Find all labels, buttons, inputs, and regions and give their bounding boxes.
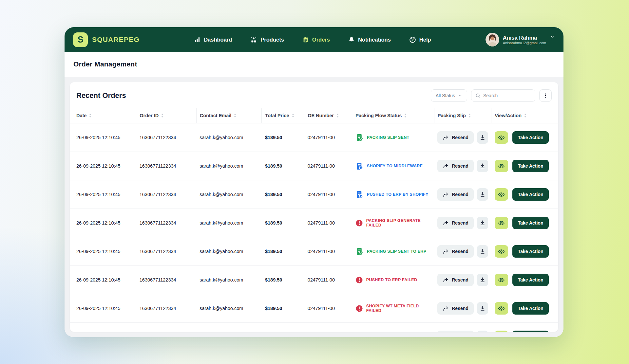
column-header[interactable]: View/Action <box>491 108 558 123</box>
main-nav: Dashboard Products Orders Notifications <box>194 36 431 43</box>
nav-item-products[interactable]: Products <box>250 36 284 43</box>
column-header[interactable]: Total Price <box>262 108 304 123</box>
column-header[interactable]: Packing Slip <box>434 108 491 123</box>
view-order-button[interactable] <box>495 274 508 286</box>
bell-icon <box>348 36 355 43</box>
download-icon <box>480 305 486 311</box>
bar-chart-icon <box>194 36 200 43</box>
eye-icon <box>498 134 505 141</box>
order-date: 26-09-2025 12:10:45 <box>70 180 136 209</box>
packing-flow-status: SHOPIFY WT META FIELD FAILED <box>355 304 431 313</box>
search-input[interactable] <box>483 93 531 98</box>
column-header[interactable]: Packing Flow Status <box>352 108 434 123</box>
eye-icon <box>498 248 505 255</box>
eye-icon <box>498 163 505 170</box>
download-packing-slip-button[interactable] <box>477 331 488 332</box>
take-action-button[interactable]: Take Action <box>512 302 549 315</box>
order-id: 16306771122334 <box>136 209 196 237</box>
column-header[interactable]: Order ID <box>136 108 196 123</box>
order-date: 26-09-2025 12:10:45 <box>70 209 136 237</box>
view-order-button[interactable] <box>495 245 508 258</box>
column-header[interactable]: OE Number <box>304 108 352 123</box>
status-filter-select[interactable]: All Status <box>431 89 467 102</box>
sort-icon <box>161 113 164 118</box>
order-id: 16306771122334 <box>136 294 196 323</box>
take-action-button[interactable]: Take Action <box>512 245 549 258</box>
view-order-button[interactable] <box>495 131 508 144</box>
nav-item-notifications[interactable]: Notifications <box>348 36 391 43</box>
take-action-button[interactable]: Take Action <box>512 131 549 144</box>
nav-item-dashboard[interactable]: Dashboard <box>194 36 232 43</box>
resend-button[interactable]: Resend <box>437 131 474 144</box>
nav-label: Help <box>419 37 431 43</box>
status-label: PUSHED TO ERP BY SHOPIFY <box>367 192 429 197</box>
nav-item-help[interactable]: ? Help <box>409 36 431 43</box>
download-icon <box>480 191 486 197</box>
contact-email: sarah.k@yahoo.com <box>196 266 262 294</box>
resend-button[interactable]: Resend <box>437 160 474 172</box>
chevron-down-icon <box>458 94 462 98</box>
sort-icon <box>292 113 295 118</box>
packing-flow-status: PACKING SLIP SENT <box>355 134 431 142</box>
user-menu[interactable]: Anisa Rahma Anisarahma12@gmail.com <box>486 33 555 46</box>
view-order-button[interactable] <box>495 331 508 332</box>
page-title: Order Management <box>73 60 555 68</box>
resend-button[interactable]: Resend <box>437 302 474 315</box>
download-icon <box>480 277 486 283</box>
brand[interactable]: S SQUAREPEG <box>73 32 140 47</box>
take-action-button[interactable]: Take Action <box>512 331 549 332</box>
download-packing-slip-button[interactable] <box>477 302 488 315</box>
nav-label: Orders <box>312 37 330 43</box>
brand-logo: S <box>73 32 88 47</box>
card-title: Recent Orders <box>76 91 126 100</box>
resend-button[interactable]: Resend <box>437 245 474 258</box>
resend-icon <box>443 220 449 226</box>
download-packing-slip-button[interactable] <box>477 274 488 286</box>
page-content: Recent Orders All Status <box>65 77 563 337</box>
take-action-button[interactable]: Take Action <box>512 160 549 172</box>
download-icon <box>480 135 486 140</box>
order-date: 26-09-2025 12:10:45 <box>70 237 136 266</box>
column-header[interactable]: Contact Email <box>196 108 262 123</box>
view-order-button[interactable] <box>495 217 508 229</box>
take-action-button[interactable]: Take Action <box>512 188 549 201</box>
oe-number: 02479111-00 <box>304 237 352 266</box>
doc-clock-icon <box>355 191 364 199</box>
download-packing-slip-button[interactable] <box>477 245 488 258</box>
download-packing-slip-button[interactable] <box>477 160 488 172</box>
view-order-button[interactable] <box>495 188 508 201</box>
download-packing-slip-button[interactable] <box>477 217 488 229</box>
view-order-button[interactable] <box>495 302 508 315</box>
sort-icon <box>468 113 471 118</box>
packing-flow-status: PUSHED TO ERP BY SHOPIFY <box>355 191 431 199</box>
status-label: PACKING SLIP SENT <box>367 135 410 140</box>
take-action-button[interactable]: Take Action <box>512 217 549 229</box>
app-window: S SQUAREPEG Dashboard Products Orders <box>65 27 563 337</box>
contact-email: sarah.k@yahoo.com <box>196 180 262 209</box>
total-price: $189.50 <box>262 323 304 332</box>
resend-button[interactable]: Resend <box>437 274 474 286</box>
nav-item-orders[interactable]: Orders <box>302 36 330 43</box>
total-price: $189.50 <box>262 123 304 152</box>
order-id: 16306771122334 <box>136 123 196 152</box>
order-id: 16306771122334 <box>136 237 196 266</box>
resend-button[interactable]: Resend <box>437 188 474 201</box>
total-price: $189.50 <box>262 266 304 294</box>
resend-icon <box>443 277 449 283</box>
oe-number: 02479111-00 <box>304 180 352 209</box>
table-row: 26-09-2025 12:10:45 16306771122334 sarah… <box>70 209 558 237</box>
doc-check-icon <box>355 134 364 142</box>
resend-button[interactable]: Resend <box>437 217 474 229</box>
life-ring-icon: ? <box>409 36 416 43</box>
column-header[interactable]: Date <box>70 108 136 123</box>
view-order-button[interactable] <box>495 160 508 172</box>
orders-table: Date Order ID Contact Email Total Price <box>70 108 558 332</box>
top-navbar: S SQUAREPEG Dashboard Products Orders <box>65 27 563 52</box>
download-packing-slip-button[interactable] <box>477 131 488 144</box>
resend-button[interactable]: Resend <box>437 331 474 332</box>
more-options-button[interactable] <box>539 89 552 102</box>
card-header: Recent Orders All Status <box>70 82 558 108</box>
take-action-button[interactable]: Take Action <box>512 274 549 286</box>
download-packing-slip-button[interactable] <box>477 188 488 201</box>
download-icon <box>480 220 486 226</box>
